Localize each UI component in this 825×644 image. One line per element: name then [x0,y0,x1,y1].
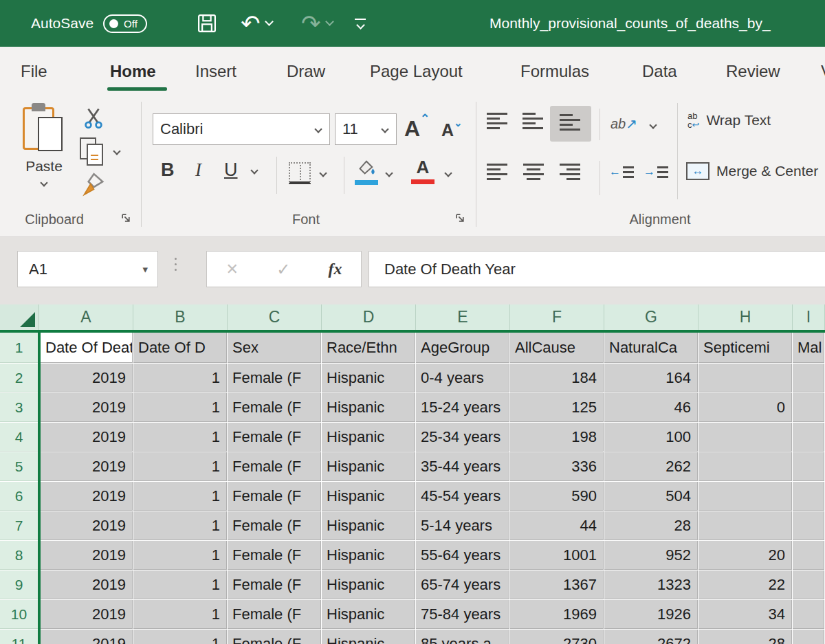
row-header-10[interactable]: 10 [0,600,38,629]
cell-D9[interactable]: Hispanic [322,570,415,599]
cell-C11[interactable]: Female (F [228,630,321,644]
row-header-6[interactable]: 6 [0,482,38,511]
cell-D1[interactable]: Race/Ethn [322,333,415,363]
name-box-dropdown-icon[interactable]: ▾ [142,263,148,276]
column-header-G[interactable]: G [604,304,698,330]
tab-home[interactable]: Home [110,47,156,96]
column-header-D[interactable]: D [322,304,416,330]
cancel-icon[interactable]: ✕ [226,260,239,278]
cell-G9[interactable]: 1323 [604,570,698,599]
insert-function-icon[interactable]: fx [328,260,342,278]
cell-F4[interactable]: 198 [510,423,604,452]
cell-E7[interactable]: 5-14 years [416,511,509,540]
cell-B7[interactable]: 1 [133,511,227,540]
tab-review[interactable]: Review [726,47,780,96]
wrap-text-button[interactable]: abc↩ Wrap Text [688,111,771,129]
cell-B9[interactable]: 1 [133,570,227,599]
cell-A1[interactable]: Date Of Death Year [41,333,133,363]
cell-G2[interactable]: 164 [604,364,698,392]
orientation-chevron-icon[interactable] [649,121,657,129]
cell-D7[interactable]: Hispanic [322,511,415,540]
cell-E1[interactable]: AgeGroup [416,333,509,363]
tab-page-layout[interactable]: Page Layout [370,47,463,96]
font-color-chevron-icon[interactable] [444,169,452,177]
cell-A7[interactable]: 2019 [41,511,133,540]
column-header-E[interactable]: E [416,304,510,330]
cell-E2[interactable]: 0-4 years [416,364,509,392]
cell-I8[interactable] [793,541,824,570]
cell-G6[interactable]: 504 [604,482,698,511]
cell-C3[interactable]: Female (F [228,393,321,422]
redo-button[interactable]: ↷ [301,0,333,47]
cell-I3[interactable] [793,393,824,422]
cell-C1[interactable]: Sex [228,333,321,363]
cell-I10[interactable] [793,600,824,629]
column-header-I[interactable]: I [793,304,825,330]
italic-button[interactable]: I [195,159,201,181]
cell-D10[interactable]: Hispanic [322,600,415,629]
cell-E4[interactable]: 25-34 years [416,423,509,452]
column-header-A[interactable]: A [39,304,133,330]
tab-formulas[interactable]: Formulas [520,47,589,96]
cell-A3[interactable]: 2019 [41,393,133,422]
customize-quick-access-button[interactable] [355,0,366,47]
name-box[interactable]: A1 ▾ [17,251,158,287]
orientation-button[interactable]: ab↗ [610,115,637,132]
tab-view[interactable]: View [821,47,825,96]
cell-E8[interactable]: 55-64 years [416,541,509,570]
enter-check-icon[interactable]: ✓ [276,260,290,279]
cell-D4[interactable]: Hispanic [322,423,415,452]
cell-F7[interactable]: 44 [510,511,604,540]
tab-insert[interactable]: Insert [195,47,236,96]
font-dialog-launcher-icon[interactable] [455,213,465,223]
cell-H10[interactable]: 34 [698,600,792,629]
font-name-combo[interactable]: Calibri [153,113,330,145]
cell-I11[interactable] [793,630,824,644]
row-header-9[interactable]: 9 [0,570,38,599]
align-center-button[interactable] [522,164,544,180]
cell-G1[interactable]: NaturalCa [604,333,698,363]
cell-H1[interactable]: Septicemi [698,333,792,363]
cell-F3[interactable]: 125 [510,393,604,422]
paste-button[interactable]: Paste [12,103,76,203]
cell-G8[interactable]: 952 [604,541,698,570]
formula-bar-grip[interactable] [175,258,177,271]
increase-font-size-button[interactable]: A⌃ [404,111,430,142]
cell-G7[interactable]: 28 [604,511,698,540]
column-header-F[interactable]: F [510,304,604,330]
cell-F1[interactable]: AllCause [510,333,604,363]
underline-button[interactable]: U [224,159,238,181]
copy-button[interactable] [80,137,107,168]
cell-B4[interactable]: 1 [133,423,227,452]
cell-H11[interactable]: 28 [698,630,792,644]
cell-F9[interactable]: 1367 [510,570,604,599]
cell-F8[interactable]: 1001 [510,541,604,570]
cell-D2[interactable]: Hispanic [322,364,415,392]
cell-H8[interactable]: 20 [698,541,792,570]
cell-F6[interactable]: 590 [510,482,604,511]
row-header-7[interactable]: 7 [0,511,38,540]
font-color-button[interactable]: A [410,157,436,184]
cell-F11[interactable]: 2730 [510,630,604,644]
cell-H9[interactable]: 22 [698,570,792,599]
align-top-button[interactable] [487,113,509,129]
cell-H5[interactable] [698,452,792,481]
borders-dropdown-chevron-icon[interactable] [319,169,327,177]
column-header-H[interactable]: H [698,304,793,330]
row-header-1[interactable]: 1 [0,333,38,363]
column-header-B[interactable]: B [133,304,228,330]
cell-C4[interactable]: Female (F [228,423,321,452]
format-painter-button[interactable] [80,172,106,201]
cell-B6[interactable]: 1 [133,482,227,511]
cell-E3[interactable]: 15-24 years [416,393,509,422]
cell-B5[interactable]: 1 [133,452,227,481]
tab-file[interactable]: File [21,47,47,96]
clipboard-dialog-launcher-icon[interactable] [121,213,131,223]
cell-C8[interactable]: Female (F [228,541,321,570]
cell-F10[interactable]: 1969 [510,600,604,629]
cell-A4[interactable]: 2019 [41,423,133,452]
cell-G4[interactable]: 100 [604,423,698,452]
cell-A11[interactable]: 2019 [41,630,133,644]
cell-E5[interactable]: 35-44 years [416,452,509,481]
cell-C9[interactable]: Female (F [228,570,321,599]
